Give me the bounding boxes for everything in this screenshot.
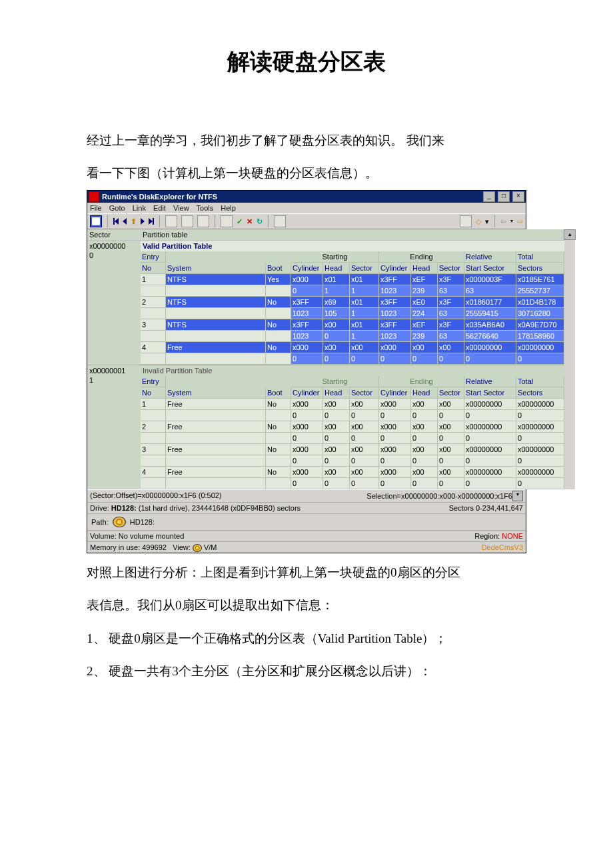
cell-ss2[interactable]: 1 [350, 285, 379, 297]
cell-sys2[interactable] [166, 331, 266, 342]
cell-no2[interactable] [141, 478, 166, 489]
cell-no2[interactable] [141, 308, 166, 319]
cell-boot2[interactable] [266, 331, 291, 342]
cell-ec2[interactable]: 0 [379, 353, 411, 365]
cell-es[interactable]: x00 [438, 467, 464, 478]
cell-sc2[interactable]: 0 [291, 433, 323, 444]
cell-boot[interactable]: No [266, 444, 291, 455]
titlebar[interactable]: Runtime's DiskExplorer for NTFS _ □ × [87, 191, 526, 203]
cell-tot2[interactable]: 0 [516, 455, 564, 467]
cell-sh[interactable]: x69 [323, 297, 350, 308]
cell-tot2[interactable]: 178158960 [516, 331, 564, 342]
cell-no2[interactable] [141, 455, 166, 467]
cell-ec[interactable]: x000 [379, 421, 411, 433]
col-header-partition[interactable]: Partition table [141, 229, 564, 240]
cell-ec2[interactable]: 1023 [379, 285, 411, 297]
cell-no2[interactable] [141, 410, 166, 421]
cell-ec2[interactable]: 0 [379, 478, 411, 489]
cell-ec2[interactable]: 1023 [379, 331, 411, 342]
cell-sh2[interactable]: 0 [323, 410, 350, 421]
cell-boot[interactable]: No [266, 319, 291, 331]
cell-ss[interactable]: x00 [350, 399, 379, 410]
cell-sh2[interactable]: 0 [323, 331, 350, 342]
cell-sys[interactable]: Free [166, 399, 266, 410]
cell-eh2[interactable]: 0 [411, 478, 438, 489]
cell-eh2[interactable]: 0 [411, 410, 438, 421]
cell-sh[interactable]: x00 [323, 467, 350, 478]
cell-sys[interactable]: Free [166, 467, 266, 478]
cell-sc[interactable]: x000 [291, 444, 323, 455]
cell-rel[interactable]: x00000000 [464, 399, 516, 410]
cell-sh[interactable]: x00 [323, 342, 350, 353]
cell-no[interactable]: 4 [141, 342, 166, 353]
cell-boot[interactable]: No [266, 421, 291, 433]
cell-sh[interactable]: x00 [323, 421, 350, 433]
minimize-button[interactable]: _ [483, 191, 495, 202]
cell-eh[interactable]: xEF [411, 274, 438, 285]
refresh-icon[interactable]: ↻ [257, 217, 263, 226]
cell-eh2[interactable]: 0 [411, 433, 438, 444]
maximize-button[interactable]: □ [498, 191, 510, 202]
vertical-scrollbar[interactable]: ▴ [564, 229, 575, 489]
cell-ec[interactable]: x000 [379, 342, 411, 353]
cell-rel2[interactable]: 0 [464, 353, 516, 365]
cell-sh2[interactable]: 105 [323, 308, 350, 319]
cell-boot[interactable]: No [266, 399, 291, 410]
cell-eh[interactable]: x00 [411, 399, 438, 410]
cell-no2[interactable] [141, 353, 166, 365]
cell-sc2[interactable]: 1023 [291, 308, 323, 319]
cell-es2[interactable]: 63 [438, 308, 464, 319]
cell-rel2[interactable]: 63 [464, 285, 516, 297]
view-value[interactable]: V/M [204, 543, 217, 551]
cell-rel2[interactable]: 25559415 [464, 308, 516, 319]
forward-arrow-icon[interactable]: ⇨ [517, 217, 523, 226]
cell-rel[interactable]: x035AB6A0 [464, 319, 516, 331]
cell-tot[interactable]: x01D4B178 [516, 297, 564, 308]
cell-sys2[interactable] [166, 410, 266, 421]
cell-boot[interactable]: Yes [266, 274, 291, 285]
cell-tot2[interactable]: 0 [516, 478, 564, 489]
cell-sh2[interactable]: 1 [323, 285, 350, 297]
cell-ss2[interactable]: 1 [350, 331, 379, 342]
cell-boot2[interactable] [266, 285, 291, 297]
cell-ec[interactable]: x000 [379, 399, 411, 410]
cell-rel2[interactable]: 0 [464, 433, 516, 444]
cell-ss2[interactable]: 1 [350, 308, 379, 319]
back-arrow-icon[interactable]: ⇦ [500, 217, 506, 226]
cell-no[interactable]: 1 [141, 274, 166, 285]
cell-es2[interactable]: 0 [438, 410, 464, 421]
cell-es[interactable]: x3F [438, 319, 464, 331]
cell-sh2[interactable]: 0 [323, 353, 350, 365]
nav-next-icon[interactable] [141, 218, 145, 225]
cell-boot2[interactable] [266, 410, 291, 421]
nav-up-icon[interactable]: ⬆ [131, 217, 137, 226]
tool-icon-2[interactable] [181, 215, 193, 227]
cell-ec[interactable]: x000 [379, 444, 411, 455]
cell-ss2[interactable]: 0 [350, 478, 379, 489]
cell-es2[interactable]: 63 [438, 331, 464, 342]
cell-sc[interactable]: x000 [291, 274, 323, 285]
cell-eh[interactable]: x00 [411, 342, 438, 353]
cell-sys[interactable]: Free [166, 444, 266, 455]
cell-tot[interactable]: x0185E761 [516, 274, 564, 285]
cell-eh[interactable]: xE0 [411, 297, 438, 308]
cell-es[interactable]: x3F [438, 274, 464, 285]
cell-tot2[interactable]: 30716280 [516, 308, 564, 319]
nav-prev-icon[interactable] [123, 218, 127, 225]
cell-rel[interactable]: x0000003F [464, 274, 516, 285]
cell-ss[interactable]: x00 [350, 421, 379, 433]
cell-tot2[interactable]: 0 [516, 433, 564, 444]
cell-no2[interactable] [141, 285, 166, 297]
cell-tot2[interactable]: 0 [516, 410, 564, 421]
window-buttons[interactable]: _ □ × [482, 191, 524, 202]
menu-link[interactable]: Link [133, 204, 146, 212]
cell-ss2[interactable]: 0 [350, 455, 379, 467]
cell-sys[interactable]: NTFS [166, 274, 266, 285]
cell-boot[interactable]: No [266, 297, 291, 308]
cell-es[interactable]: x3F [438, 297, 464, 308]
cell-es[interactable]: x00 [438, 421, 464, 433]
cell-tot[interactable]: x00000000 [516, 399, 564, 410]
cell-no[interactable]: 4 [141, 467, 166, 478]
menu-edit[interactable]: Edit [153, 204, 166, 212]
cell-rel[interactable]: x00000000 [464, 467, 516, 478]
